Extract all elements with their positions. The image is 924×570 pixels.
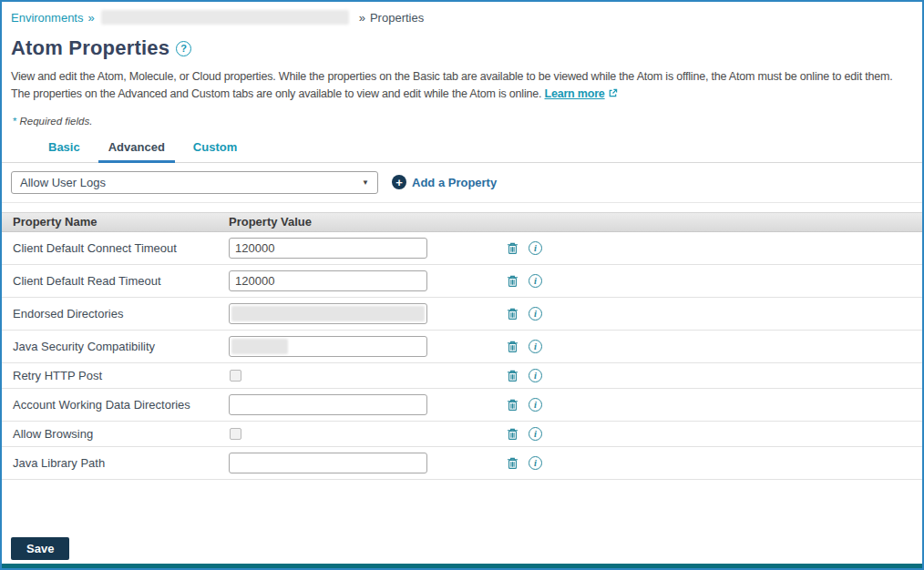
table-row: Java Library Pathi — [2, 447, 922, 480]
table-row: Retry HTTP Posti — [2, 363, 922, 389]
description-text: View and edit the Atom, Molecule, or Clo… — [11, 68, 913, 105]
property-value-input[interactable] — [229, 453, 427, 473]
info-icon[interactable]: i — [529, 241, 542, 255]
property-value-input[interactable] — [229, 238, 427, 259]
tab-basic[interactable]: Basic — [38, 135, 90, 163]
property-table-body: Client Default Connect TimeoutiClient De… — [2, 232, 922, 480]
property-toolbar: Allow User Logs ▼ + Add a Property — [2, 163, 922, 203]
property-name-label: Client Default Read Timeout — [13, 274, 229, 288]
delete-icon[interactable] — [506, 456, 519, 470]
table-header: Property Name Property Value — [2, 212, 922, 232]
column-header-property-name: Property Name — [13, 215, 229, 229]
property-table: Property Name Property Value Client Defa… — [2, 212, 922, 480]
property-input-wrap — [229, 270, 427, 291]
property-input-wrap — [229, 238, 427, 259]
page-title: Atom Properties — [11, 36, 169, 60]
breadcrumb-separator: » — [359, 11, 365, 25]
row-actions: i — [506, 307, 542, 321]
info-icon[interactable]: i — [529, 369, 542, 382]
breadcrumb: Environments » » Properties — [2, 2, 922, 25]
property-input-wrap — [229, 394, 427, 415]
property-value-input[interactable] — [229, 394, 427, 415]
property-value-cell — [229, 238, 506, 259]
property-checkbox[interactable] — [230, 370, 241, 382]
title-row: Atom Properties ? — [11, 36, 922, 60]
row-actions: i — [506, 398, 542, 412]
row-actions: i — [506, 456, 542, 470]
property-value-cell — [229, 370, 506, 382]
property-name-label: Endorsed Directories — [13, 307, 229, 321]
delete-icon[interactable] — [506, 340, 519, 353]
delete-icon[interactable] — [506, 427, 519, 441]
row-actions: i — [506, 241, 542, 255]
property-value-cell — [229, 270, 506, 291]
row-actions: i — [506, 427, 542, 441]
column-header-property-value: Property Value — [229, 215, 312, 229]
learn-more-link[interactable]: Learn more — [545, 87, 605, 100]
property-selector-value: Allow User Logs — [20, 176, 106, 189]
property-input-wrap — [229, 453, 427, 473]
tab-advanced[interactable]: Advanced — [98, 135, 175, 163]
table-row: Client Default Connect Timeouti — [2, 232, 922, 265]
info-icon[interactable]: i — [529, 427, 542, 441]
required-text: Required fields. — [19, 116, 92, 127]
help-icon[interactable]: ? — [176, 41, 191, 56]
property-name-label: Retry HTTP Post — [13, 369, 229, 382]
property-name-label: Java Library Path — [13, 456, 229, 470]
delete-icon[interactable] — [506, 398, 519, 412]
info-icon[interactable]: i — [529, 398, 542, 412]
property-value-cell — [229, 428, 506, 440]
delete-icon[interactable] — [506, 274, 519, 288]
plus-icon: + — [392, 175, 406, 189]
table-row: Account Working Data Directoriesi — [2, 389, 922, 422]
delete-icon[interactable] — [506, 241, 519, 255]
property-value-cell — [229, 336, 506, 357]
info-icon[interactable]: i — [529, 340, 542, 353]
info-icon[interactable]: i — [529, 456, 542, 470]
required-fields-note: *Required fields. — [13, 116, 922, 127]
table-row: Client Default Read Timeouti — [2, 265, 922, 298]
bottom-accent-bar — [2, 564, 922, 568]
table-row: Java Security Compatibilityi — [2, 331, 922, 363]
breadcrumb-current: Properties — [370, 11, 424, 25]
property-value-cell — [229, 453, 506, 473]
required-asterisk: * — [13, 116, 16, 127]
property-name-label: Client Default Connect Timeout — [13, 241, 229, 255]
property-name-label: Java Security Compatibility — [13, 340, 229, 353]
delete-icon[interactable] — [506, 307, 519, 321]
property-input-wrap — [229, 303, 427, 324]
info-icon[interactable]: i — [529, 274, 542, 288]
add-property-button[interactable]: + Add a Property — [392, 175, 497, 189]
redaction-overlay — [231, 339, 288, 354]
info-icon[interactable]: i — [529, 307, 542, 321]
atom-properties-page: Environments » » Properties Atom Propert… — [0, 0, 924, 570]
chevron-down-icon: ▼ — [362, 178, 369, 187]
property-value-cell — [229, 303, 506, 324]
property-value-cell — [229, 394, 506, 415]
redaction-overlay — [231, 306, 425, 321]
property-checkbox[interactable] — [230, 428, 241, 440]
row-actions: i — [506, 340, 542, 353]
delete-icon[interactable] — [506, 369, 519, 382]
row-actions: i — [506, 369, 542, 382]
property-selector[interactable]: Allow User Logs ▼ — [11, 171, 378, 194]
property-input-wrap — [229, 336, 427, 357]
save-button[interactable]: Save — [11, 537, 69, 560]
external-link-icon — [608, 87, 618, 104]
table-row: Endorsed Directoriesi — [2, 298, 922, 331]
breadcrumb-redacted-segment — [101, 10, 349, 25]
row-actions: i — [506, 274, 542, 288]
add-property-label: Add a Property — [412, 176, 497, 189]
description-body: View and edit the Atom, Molecule, or Clo… — [11, 70, 892, 100]
table-row: Allow Browsingi — [2, 422, 922, 447]
tab-custom[interactable]: Custom — [183, 135, 247, 163]
property-name-label: Account Working Data Directories — [13, 398, 229, 412]
tab-bar: Basic Advanced Custom — [2, 135, 922, 163]
breadcrumb-environments-link[interactable]: Environments — [11, 11, 83, 25]
property-value-input[interactable] — [229, 270, 427, 291]
property-name-label: Allow Browsing — [13, 427, 229, 441]
breadcrumb-separator: » — [87, 11, 94, 25]
